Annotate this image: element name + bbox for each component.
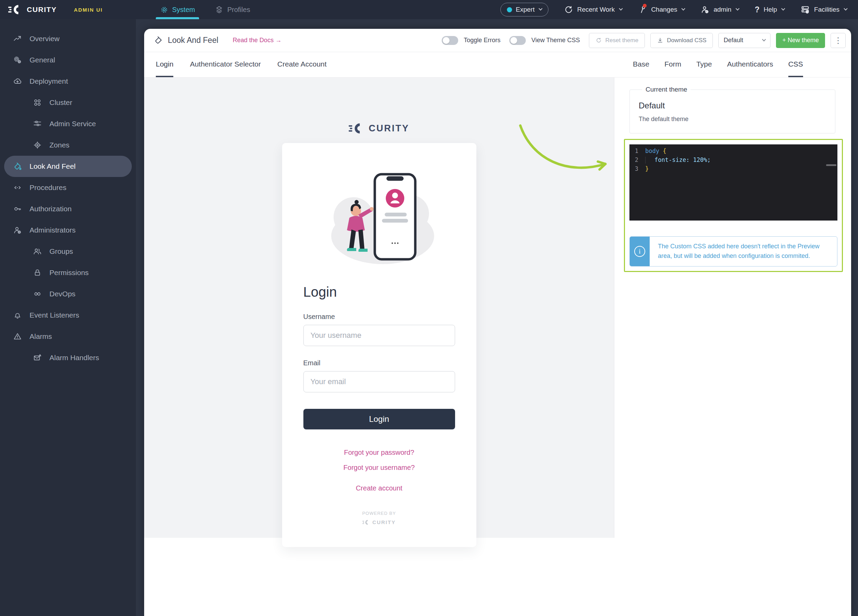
tab-login[interactable]: Login bbox=[156, 52, 173, 77]
login-heading: Login bbox=[303, 284, 455, 300]
admin-label: admin bbox=[713, 6, 731, 13]
curity-logo-icon bbox=[362, 520, 370, 525]
forgot-password-link[interactable]: Forgot your password? bbox=[303, 448, 455, 456]
chevron-down-icon bbox=[538, 6, 542, 10]
sidebar-item-cluster[interactable]: Cluster bbox=[0, 92, 136, 113]
preview-tabs: Login Authenticator Selector Create Acco… bbox=[156, 52, 327, 77]
sidebar-item-label: Event Listeners bbox=[30, 311, 79, 319]
theme-select[interactable]: Default bbox=[718, 33, 771, 48]
gears-icon bbox=[13, 56, 22, 65]
chevron-down-icon bbox=[762, 37, 766, 41]
menu-admin[interactable]: admin bbox=[701, 5, 739, 14]
bell-icon bbox=[13, 311, 22, 320]
users-icon bbox=[33, 247, 42, 256]
email-input[interactable] bbox=[303, 371, 455, 393]
new-theme-button[interactable]: + New theme bbox=[776, 33, 825, 48]
sidebar-item-look-and-feel[interactable]: Look And Feel bbox=[4, 156, 132, 177]
page-title-group: Look And Feel bbox=[154, 36, 218, 45]
tab-create-account[interactable]: Create Account bbox=[277, 52, 327, 77]
tab-css[interactable]: CSS bbox=[788, 52, 803, 77]
current-theme-fieldset: Current theme Default The default theme bbox=[630, 86, 835, 133]
sidebar-item-general[interactable]: General bbox=[0, 50, 136, 71]
sidebar-item-deployment[interactable]: Deployment bbox=[0, 71, 136, 92]
sidebar-item-label: Procedures bbox=[30, 183, 66, 192]
paint-bucket-icon bbox=[154, 36, 163, 45]
page-title: Look And Feel bbox=[168, 36, 218, 45]
sidebar-item-label: Alarms bbox=[30, 332, 52, 341]
mode-selector[interactable]: Expert bbox=[500, 3, 549, 17]
view-theme-css-label: View Theme CSS bbox=[531, 37, 580, 44]
sidebar-item-overview[interactable]: Overview bbox=[0, 28, 136, 50]
tab-authenticator-selector[interactable]: Authenticator Selector bbox=[190, 52, 261, 77]
chevron-down-icon bbox=[844, 6, 847, 10]
curity-logo-icon bbox=[8, 5, 23, 15]
create-account-link[interactable]: Create account bbox=[303, 484, 455, 492]
sidebar-item-label: Zones bbox=[50, 141, 69, 149]
sidebar-item-devops[interactable]: DevOps bbox=[0, 283, 136, 304]
menu-facilities[interactable]: Facilities bbox=[800, 5, 847, 14]
sidebar-item-alarms[interactable]: Alarms bbox=[0, 326, 136, 347]
code-line: } bbox=[645, 164, 649, 173]
sidebar-item-administrators[interactable]: Administrators bbox=[0, 219, 136, 241]
chevron-down-icon bbox=[781, 6, 785, 10]
theme-panel-tabs: Base Form Type Authenticators CSS bbox=[633, 52, 803, 77]
tab-authenticators[interactable]: Authenticators bbox=[727, 52, 773, 77]
tab-type[interactable]: Type bbox=[696, 52, 712, 77]
reset-theme-label: Reset theme bbox=[605, 37, 638, 44]
sidebar-item-label: Admin Service bbox=[50, 120, 96, 128]
tab-row: Login Authenticator Selector Create Acco… bbox=[144, 52, 851, 78]
sidebar-item-label: Administrators bbox=[30, 226, 76, 234]
sidebar-item-permissions[interactable]: Permissions bbox=[0, 262, 136, 283]
forgot-username-link[interactable]: Forgot your username? bbox=[303, 464, 455, 472]
read-the-docs-link[interactable]: Read the Docs → bbox=[233, 37, 281, 44]
download-icon bbox=[657, 37, 664, 43]
target-icon bbox=[33, 141, 42, 149]
tab-form[interactable]: Form bbox=[664, 52, 681, 77]
kebab-icon: ⋮ bbox=[834, 36, 842, 45]
tab-system[interactable]: System bbox=[154, 0, 201, 19]
sidebar-item-label: Look And Feel bbox=[30, 162, 76, 171]
reset-theme-button[interactable]: Reset theme bbox=[589, 33, 645, 48]
toggle-errors-label: Toggle Errors bbox=[464, 37, 500, 44]
cloud-upload-icon bbox=[13, 77, 22, 86]
chevron-down-icon bbox=[735, 6, 739, 10]
download-css-button[interactable]: Download CSS bbox=[650, 33, 713, 48]
sidebar-item-event-listeners[interactable]: Event Listeners bbox=[0, 304, 136, 326]
current-theme-description: The default theme bbox=[639, 116, 826, 123]
login-submit-button[interactable]: Login bbox=[303, 409, 455, 430]
more-options-button[interactable]: ⋮ bbox=[830, 33, 846, 48]
download-css-label: Download CSS bbox=[667, 37, 706, 44]
sidebar-item-label: Alarm Handlers bbox=[50, 354, 99, 362]
sidebar-item-groups[interactable]: Groups bbox=[0, 241, 136, 262]
main-panel: Look And Feel Read the Docs → Toggle Err… bbox=[144, 29, 851, 616]
sidebar-item-procedures[interactable]: Procedures bbox=[0, 177, 136, 198]
menu-changes[interactable]: Changes bbox=[638, 5, 685, 14]
sidebar-item-alarm-handlers[interactable]: Alarm Handlers bbox=[0, 347, 136, 368]
editor-scrollbar-thumb[interactable] bbox=[826, 164, 836, 166]
css-info-note: i The Custom CSS added here doesn't refl… bbox=[630, 236, 838, 267]
info-text: The Custom CSS added here doesn't reflec… bbox=[650, 237, 837, 266]
info-icon: i bbox=[634, 246, 645, 257]
key-icon bbox=[13, 205, 22, 213]
menu-help[interactable]: ? Help bbox=[755, 5, 785, 14]
view-theme-css-switch[interactable] bbox=[509, 36, 526, 45]
sidebar-item-admin-service[interactable]: Admin Service bbox=[0, 113, 136, 135]
help-label: Help bbox=[764, 6, 777, 13]
current-theme-name: Default bbox=[639, 101, 826, 110]
toggle-errors-switch[interactable] bbox=[442, 36, 458, 45]
tab-profiles[interactable]: Profiles bbox=[209, 0, 256, 19]
sidebar-item-label: Permissions bbox=[50, 268, 89, 277]
tab-base[interactable]: Base bbox=[633, 52, 649, 77]
code-icon bbox=[13, 183, 22, 192]
sidebar-item-label: DevOps bbox=[50, 290, 76, 298]
menu-recent-work[interactable]: Recent Work bbox=[564, 5, 622, 14]
username-input[interactable] bbox=[303, 325, 455, 346]
content-area: CURITY bbox=[144, 78, 851, 616]
tab-profiles-label: Profiles bbox=[227, 6, 250, 14]
sidebar-item-authorization[interactable]: Authorization bbox=[0, 198, 136, 219]
sidebar-item-label: Deployment bbox=[30, 77, 68, 85]
mail-alert-icon bbox=[33, 353, 42, 362]
login-illustration bbox=[303, 162, 455, 265]
sidebar-item-zones[interactable]: Zones bbox=[0, 135, 136, 156]
css-code-editor[interactable]: 1 body { 2 font-size: 120%; 3 } bbox=[630, 144, 838, 220]
